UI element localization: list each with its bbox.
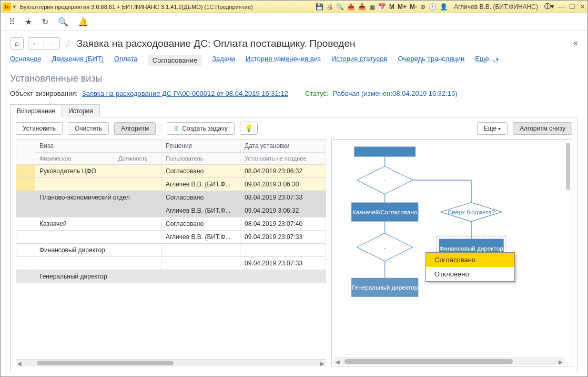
plus-doc-icon: 🗎 (174, 125, 180, 132)
home-button[interactable]: ⌂ (10, 37, 24, 49)
svg-text:Генеральный директор: Генеральный директор (352, 284, 418, 291)
ctx-declined[interactable]: Отклонено (426, 267, 514, 281)
table-row[interactable]: Финансовый директор (16, 244, 326, 257)
nav-forward-button[interactable]: → (44, 37, 60, 49)
svg-text:Казначей/Согласовано: Казначей/Согласовано (352, 209, 418, 215)
save-icon[interactable]: 💾 (316, 3, 323, 11)
flow-scroll-right-icon[interactable]: ▶ (557, 358, 564, 365)
tab-history[interactable]: История (62, 104, 100, 117)
star-icon[interactable]: ★ (25, 17, 32, 27)
vscroll-thumb[interactable] (566, 143, 570, 190)
titlebar-dropdown-icon[interactable]: ▼ (12, 4, 17, 9)
memory-m-icon[interactable]: M (389, 3, 394, 11)
hint-button[interactable]: 💡 (240, 122, 258, 135)
nav-main[interactable]: Основное (10, 55, 42, 66)
visa-table[interactable]: Виза Решение Дата установки Физическое Д… (16, 139, 326, 283)
calendar-icon[interactable]: 📅 (378, 3, 386, 11)
table-row[interactable]: Агличев В.В. (БИТ.Ф...09.04.2019 23:07:3… (16, 231, 326, 244)
nav-more[interactable]: Еще... (475, 55, 499, 66)
col-phys[interactable]: Физическое (35, 153, 114, 165)
history-icon[interactable]: ↻ (42, 17, 48, 27)
table-row[interactable]: Агличев В.В. (БИТ.Ф...09.04.2019 3:06:30 (16, 178, 326, 191)
page-close-icon[interactable]: × (573, 39, 578, 48)
nav-tasks[interactable]: Задачи (212, 55, 235, 66)
nav-visa-history[interactable]: История изменения виз (246, 55, 321, 66)
apps-grid-icon[interactable]: ⠿ (9, 17, 15, 27)
col-user[interactable]: Пользователь (161, 153, 240, 165)
nav-status-history[interactable]: История статусов (331, 55, 388, 66)
scroll-thumb[interactable] (37, 361, 174, 365)
scroll-right-icon[interactable]: ▶ (319, 360, 326, 366)
tab-visas[interactable]: Визирование (10, 104, 62, 117)
table-row[interactable]: Руководитель ЦФОСогласовано08.04.2019 23… (16, 165, 326, 178)
flow-vscroll[interactable] (565, 143, 571, 355)
col-date-head[interactable]: Дата установки (240, 140, 326, 153)
app-logo-icon: 1c (3, 3, 11, 11)
table-row[interactable]: Планово-экономический отделСогласовано08… (16, 191, 326, 204)
sub-tabs: Визирование История (10, 104, 578, 117)
tab-body: Установить Очистить Алгоритм 🗎Создать за… (10, 117, 578, 372)
create-task-button[interactable]: 🗎Создать задачу (167, 122, 235, 135)
main-toolbar: ⠿ ★ ↻ 🔍 🔔 (1, 13, 587, 31)
svg-text:-: - (384, 176, 386, 183)
nav-payment[interactable]: Оплата (114, 55, 138, 66)
flowchart-pane: - Казначей/Согласовано Сверх бюджета? - (331, 139, 572, 366)
table-row[interactable]: КазначейСогласовано08.04.2019 23:07:40 (16, 217, 326, 231)
col-deadline[interactable]: Установить не позднее (240, 153, 326, 165)
grid-pane: Виза Решение Дата установки Физическое Д… (16, 139, 326, 366)
app-window: 1c ▼ Бухгалтерия предприятия 3.0.68.61 +… (0, 0, 588, 377)
grid-hscroll[interactable]: ◀ ▶ (16, 359, 326, 366)
window-controls: — ☐ ✕ (558, 3, 585, 11)
user-icon: 👤 (440, 3, 448, 11)
status-value: Рабочая (изменен:08.04.2019 16:32:15) (333, 90, 458, 97)
import-icon[interactable]: 📥 (358, 3, 366, 11)
split-view: Виза Решение Дата установки Физическое Д… (11, 139, 577, 372)
memory-mminus-icon[interactable]: M- (410, 3, 417, 11)
nav-approval[interactable]: Согласование (148, 55, 201, 66)
flow-scroll-left-icon[interactable]: ◀ (334, 358, 341, 365)
info-icon[interactable]: ⓘ▾ (544, 2, 554, 11)
scroll-left-icon[interactable]: ◀ (16, 360, 23, 366)
window-title: Бухгалтерия предприятия 3.0.68.61 + БИТ.… (20, 4, 253, 10)
table-row[interactable]: Генеральный директор (16, 270, 326, 283)
context-menu: Согласовано Отклонено (425, 252, 515, 282)
clear-button[interactable]: Очистить (68, 122, 109, 135)
svg-rect-0 (354, 147, 415, 157)
more-button[interactable]: Еще (477, 122, 508, 135)
svg-text:Финансовый директор: Финансовый директор (440, 245, 503, 252)
flow-scroll-thumb[interactable] (344, 359, 513, 364)
calc-icon[interactable]: ▦ (369, 3, 375, 11)
object-row: Объект визирования: Заявка на расходован… (10, 90, 578, 97)
close-icon[interactable]: ✕ (580, 3, 585, 11)
bell-icon[interactable]: 🔔 (78, 17, 88, 27)
current-user[interactable]: Агличев В.В. (БИТ.ФИНАНС) (454, 3, 538, 11)
table-row[interactable]: Агличев В.В. (БИТ.Ф...09.04.2019 3:06:32 (16, 204, 326, 217)
algorithm-button[interactable]: Алгоритм (114, 122, 156, 135)
page-content: ⌂ ← → ☆ Заявка на расходование ДС: Оплат… (1, 31, 587, 376)
print-icon[interactable]: 🖨 (327, 3, 333, 11)
nav-queue[interactable]: Очередь трансляции (398, 55, 464, 66)
export-icon[interactable]: 📤 (347, 3, 355, 11)
page-title: Заявка на расходование ДС: Оплата постав… (77, 38, 356, 49)
ctx-approved[interactable]: Согласовано (426, 253, 514, 267)
col-decision-head[interactable]: Решение (161, 140, 240, 153)
clock-icon[interactable]: 🕘 (429, 3, 437, 11)
col-position[interactable]: Должность (114, 153, 161, 165)
preview-icon[interactable]: 🔍 (336, 3, 344, 11)
search-icon[interactable]: 🔍 (58, 17, 68, 27)
minimize-icon[interactable]: — (558, 3, 565, 11)
status-label: Статус: (305, 90, 329, 97)
maximize-icon[interactable]: ☐ (569, 3, 575, 11)
object-link[interactable]: Заявка на расходование ДС РА00-000012 от… (82, 90, 288, 97)
flow-hscroll[interactable]: ◀ ▶ (334, 358, 564, 365)
set-button[interactable]: Установить (16, 122, 63, 135)
memory-mplus-icon[interactable]: M+ (398, 3, 407, 11)
nav-back-button[interactable]: ← (28, 37, 44, 49)
nav-moves[interactable]: Движения (БИТ) (52, 55, 104, 66)
table-row[interactable]: 09.04.2019 23:07:33 (16, 257, 326, 270)
favorite-star-icon[interactable]: ☆ (64, 38, 73, 49)
zoom-icon[interactable]: ⊕ (420, 3, 425, 11)
object-label: Объект визирования: (10, 90, 78, 97)
col-visa-head[interactable]: Виза (35, 140, 161, 153)
algorithm-below-button[interactable]: Алгоритм снизу (513, 122, 572, 135)
